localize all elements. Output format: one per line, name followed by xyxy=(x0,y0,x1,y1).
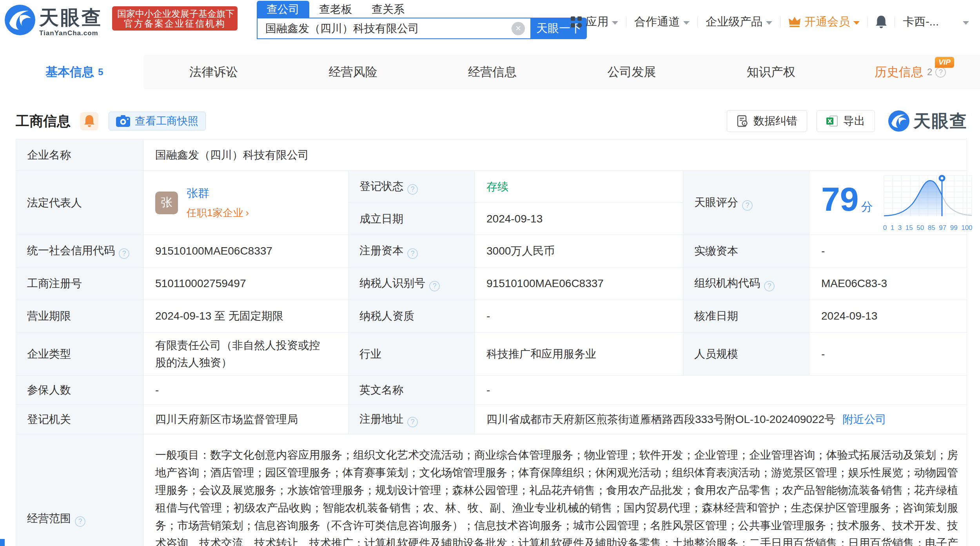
tianyancha-logo-icon xyxy=(888,110,909,132)
tianyancha-logo-icon[interactable] xyxy=(5,5,35,35)
search-box: × xyxy=(257,18,531,39)
chevron-right-icon: › xyxy=(245,207,249,219)
brand-block[interactable]: 天眼查 TianYanCha.com xyxy=(39,8,103,37)
reg-number-value: 510110002759497 xyxy=(143,268,348,300)
approval-date-value: 2024-09-13 xyxy=(809,300,967,333)
tab-count: 5 xyxy=(98,67,103,78)
business-info-toolbar: 工商信息 查看工商快照 xyxy=(16,110,967,132)
nav-enterprise[interactable]: 企业级产品 xyxy=(706,14,772,30)
company-section-tabs: 基本信息 5 法律诉讼 经营风险 经营信息 公司发展 知识产权 VIP 历史信息… xyxy=(5,55,980,89)
data-correction-button[interactable]: 数据纠错 xyxy=(727,110,807,132)
view-snapshot-label: 查看工商快照 xyxy=(135,114,198,128)
tab-label: 知识产权 xyxy=(747,64,795,80)
staff-size-value: - xyxy=(809,333,967,376)
tab-label: 经营信息 xyxy=(468,64,517,80)
brand-name: 天眼查 xyxy=(39,8,103,27)
insured-count-label: 参保人数 xyxy=(16,376,143,405)
tab-label: 法律诉讼 xyxy=(189,64,238,80)
taxpayer-id-label: 纳税人识别号? xyxy=(348,268,475,300)
vip-badge: VIP xyxy=(935,57,954,68)
help-icon[interactable]: ? xyxy=(742,200,753,211)
divider xyxy=(867,16,868,27)
score-distribution-chart: 01 315 5085 9799 100 xyxy=(883,174,973,232)
tab-legal-litigation[interactable]: 法律诉讼 xyxy=(144,55,283,89)
tab-label: 经营风险 xyxy=(329,64,377,80)
help-icon[interactable]: ? xyxy=(119,248,129,259)
company-name-label: 企业名称 xyxy=(16,139,143,171)
bell-icon xyxy=(876,16,887,28)
search-tab-boss[interactable]: 查老板 xyxy=(309,1,362,18)
nav-partner[interactable]: 合作通道 xyxy=(634,14,690,30)
top-navigation: 应用 合作通道 企业级产品 开通会员 xyxy=(570,14,969,30)
nav-notifications[interactable] xyxy=(876,16,887,28)
help-icon[interactable]: ? xyxy=(429,281,440,291)
table-row: 统一社会信用代码? 91510100MAE06C8337 注册资本? 3000万… xyxy=(16,235,967,268)
tab-history-info[interactable]: VIP 历史信息 2 ? xyxy=(841,55,980,89)
tab-operation-info[interactable]: 经营信息 xyxy=(423,55,562,89)
credit-code-label: 统一社会信用代码? xyxy=(16,235,143,268)
tianyancha-watermark: 天眼查 xyxy=(888,110,967,133)
help-icon[interactable]: ? xyxy=(935,67,946,78)
search-tab-company[interactable]: 查公司 xyxy=(257,1,309,18)
view-snapshot-button[interactable]: 查看工商快照 xyxy=(109,112,206,130)
search-input[interactable] xyxy=(258,22,512,35)
establish-date-label: 成立日期 xyxy=(348,203,475,235)
reg-address-value: 四川省成都市天府新区煎茶街道雁栖路西段333号附OL-10-202409022号… xyxy=(475,405,967,434)
industry-value: 科技推广和应用服务业 xyxy=(475,333,683,376)
divider xyxy=(626,16,626,27)
export-label: 导出 xyxy=(843,114,865,128)
clear-search-icon[interactable]: × xyxy=(512,22,525,35)
monitor-alert-button[interactable] xyxy=(80,112,98,130)
nearby-companies-link[interactable]: 附近公司 xyxy=(842,413,886,425)
nav-user-account[interactable]: 卡西-... xyxy=(903,14,969,30)
tab-company-development[interactable]: 公司发展 xyxy=(562,55,701,89)
paid-capital-label: 实缴资本 xyxy=(683,235,809,268)
reg-address-label: 注册地址? xyxy=(348,405,475,434)
org-code-label: 组织机构代码? xyxy=(683,268,809,300)
legal-rep-positions-link[interactable]: 任职1家企业› xyxy=(187,206,249,220)
bell-icon xyxy=(84,115,94,127)
nav-apps-label: 应用 xyxy=(586,14,608,30)
username: 卡西-... xyxy=(903,14,939,30)
tab-intellectual-property[interactable]: 知识产权 xyxy=(701,55,840,89)
table-row: 经营范围? 一般项目：数字文化创意内容应用服务；组织文化艺术交流活动；商业综合体… xyxy=(16,434,967,546)
staff-size-label: 人员规模 xyxy=(683,333,809,376)
english-name-value: - xyxy=(475,376,967,405)
help-icon[interactable]: ? xyxy=(75,516,85,527)
help-icon[interactable]: ? xyxy=(764,281,775,291)
section-title: 工商信息 xyxy=(16,112,71,130)
business-term-label: 营业期限 xyxy=(16,300,143,333)
data-correction-label: 数据纠错 xyxy=(753,114,797,128)
reg-authority-value: 四川天府新区市场监督管理局 xyxy=(143,405,348,434)
legal-rep-label: 法定代表人 xyxy=(16,171,143,235)
export-button[interactable]: 导出 xyxy=(817,110,875,132)
table-row: 营业期限 2024-09-13 至 无固定期限 纳税人资质 - 核准日期 202… xyxy=(16,300,967,333)
nav-vip-upgrade[interactable]: 开通会员 xyxy=(788,14,860,30)
gov-certification-badge: 国家中小企业发展子基金旗下 官方备案企业征信机构 xyxy=(112,6,238,31)
divider xyxy=(780,16,780,27)
legal-rep-value: 张 张群 任职1家企业› xyxy=(143,171,348,235)
nav-apps[interactable]: 应用 xyxy=(570,14,618,30)
taxpayer-id-value: 91510100MAE06C8337 xyxy=(475,268,683,300)
tab-basic-info[interactable]: 基本信息 5 xyxy=(5,55,144,89)
nav-enterprise-label: 企业级产品 xyxy=(706,14,762,30)
table-row: 企业类型 有限责任公司（非自然人投资或控股的法人独资） 行业 科技推广和应用服务… xyxy=(16,333,967,376)
industry-label: 行业 xyxy=(348,333,475,376)
gov-badge-line2: 官方备案企业征信机构 xyxy=(117,19,232,29)
chevron-down-icon xyxy=(766,21,772,25)
legal-rep-avatar[interactable]: 张 xyxy=(155,192,178,214)
toolbar-right: 数据纠错 导出 天眼查 xyxy=(727,110,967,133)
company-name-value: 国融鑫发（四川）科技有限公司 xyxy=(143,139,967,171)
tab-label: 公司发展 xyxy=(607,64,656,80)
divider xyxy=(697,16,698,27)
tab-operation-risk[interactable]: 经营风险 xyxy=(283,55,423,89)
scroll-widget-fragment[interactable] xyxy=(0,539,5,546)
search-tab-relation[interactable]: 查关系 xyxy=(362,1,414,18)
reg-capital-label: 注册资本? xyxy=(348,235,475,268)
taxpayer-quality-value: - xyxy=(475,300,683,333)
help-icon[interactable]: ? xyxy=(407,248,418,259)
help-icon[interactable]: ? xyxy=(407,184,418,195)
tyc-score-number: 79分 xyxy=(821,182,873,224)
help-icon[interactable]: ? xyxy=(407,417,418,427)
legal-rep-name-link[interactable]: 张群 xyxy=(187,186,249,201)
